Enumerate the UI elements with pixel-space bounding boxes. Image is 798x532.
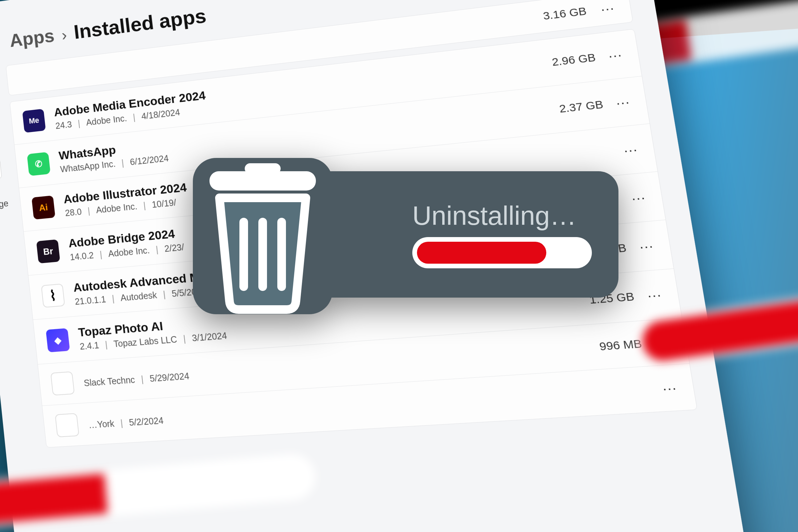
app-more-options-button[interactable]: ··· (606, 47, 624, 63)
breadcrumb-parent[interactable]: Apps (8, 25, 56, 51)
app-more-options-button[interactable]: ··· (645, 287, 664, 303)
chevron-right-icon: › (60, 25, 68, 44)
svg-rect-2 (245, 163, 281, 174)
svg-rect-4 (258, 218, 267, 291)
app-icon: Br (36, 240, 60, 264)
summary-size: 3.16 GB (542, 5, 588, 22)
svg-rect-3 (240, 218, 248, 291)
svg-rect-1 (209, 171, 316, 191)
app-icon: Ai (32, 195, 56, 220)
uninstall-progress-bar (412, 237, 592, 268)
app-more-options-button[interactable]: ··· (637, 238, 656, 254)
svg-rect-5 (277, 218, 286, 291)
app-more-options-button[interactable]: ··· (622, 141, 640, 158)
search-icon[interactable]: 🔍 (0, 159, 2, 180)
app-more-options-button[interactable]: ··· (629, 190, 648, 206)
app-icon (51, 372, 75, 396)
app-icon: ✆ (27, 152, 51, 176)
app-icon: ⌇ (41, 284, 65, 308)
more-options-button[interactable]: ··· (598, 0, 617, 17)
app-size: 996 MB (598, 337, 643, 353)
app-icon: ◆ (46, 328, 70, 353)
uninstall-status-text: Uninstalling… (412, 201, 592, 231)
app-more-options-button[interactable]: ··· (614, 94, 632, 110)
app-size: 2.37 GB (558, 98, 604, 115)
uninstalling-overlay: Uninstalling… (186, 166, 619, 303)
app-icon (55, 413, 79, 437)
trash-icon (186, 148, 339, 321)
uninstall-progress-fill (417, 242, 546, 264)
page-title: Installed apps (73, 4, 208, 43)
app-icon: Me (22, 109, 46, 133)
app-more-options-button[interactable]: ··· (660, 380, 680, 396)
app-size: 2.96 GB (551, 51, 596, 69)
sidebar-language-label: iguage (0, 198, 9, 212)
